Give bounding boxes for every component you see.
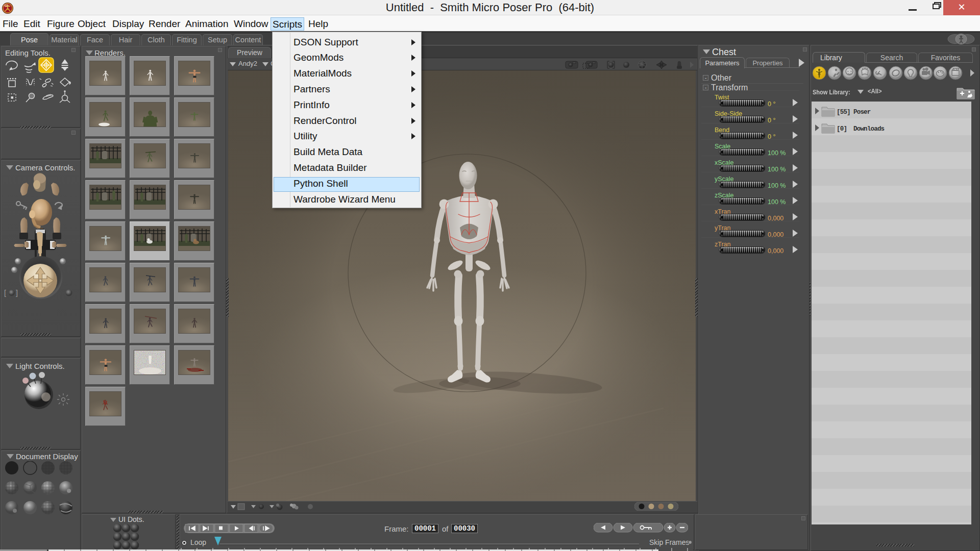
svg-text:Downloads: Downloads [853, 126, 885, 133]
svg-text:Poser: Poser [853, 109, 871, 116]
svg-text:[0]: [0] [837, 126, 847, 133]
svg-text:[: [ [4, 289, 6, 297]
svg-text:]: ] [16, 289, 18, 297]
svg-text:[55]: [55] [837, 109, 850, 116]
